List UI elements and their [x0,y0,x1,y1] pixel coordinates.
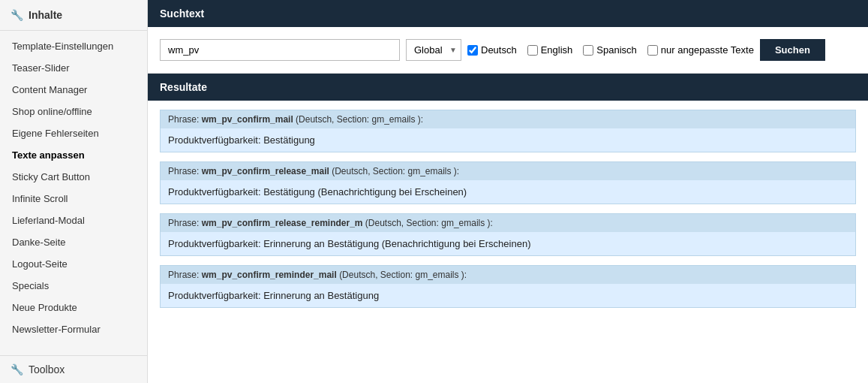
search-button[interactable]: Suchen [760,39,825,61]
checkbox-english-label: English [541,44,573,56]
search-button-label: Suchen [775,44,810,56]
search-section-title: Suchtext [160,8,204,20]
sidebar-footer-toolbox[interactable]: Toolbox [0,355,147,383]
result-item: Phrase: wm_pv_confirm_release_reminder_m… [160,213,856,256]
result-item: Phrase: wm_pv_confirm_reminder_mail (Deu… [160,265,856,308]
sidebar-item-teaser-slider[interactable]: Teaser-Slider [0,57,147,79]
sidebar-item-newsletter-formular[interactable]: Newsletter-Formular [0,318,147,340]
sidebar-item-neue-produkte[interactable]: Neue Produkte [0,297,147,318]
result-value: Produktverfügbarkeit: Bestätigung [161,128,855,152]
phrase-key: wm_pv_confirm_mail [202,114,293,125]
toolbox-icon [11,363,23,375]
sidebar-section-label: Inhalte [29,9,62,21]
sidebar-item-texte-anpassen[interactable]: Texte anpassen [0,144,147,166]
toolbox-label: Toolbox [29,363,65,375]
search-input[interactable] [160,39,400,61]
result-phrase: Phrase: wm_pv_confirm_release_mail (Deut… [161,162,855,180]
sidebar-item-sticky-cart-button[interactable]: Sticky Cart Button [0,166,147,188]
scope-select[interactable]: Global Local [406,39,461,61]
checkbox-deutsch-input[interactable] [467,45,478,56]
phrase-key: wm_pv_confirm_reminder_mail [202,270,337,280]
sidebar-item-lieferland-modal[interactable]: Lieferland-Modal [0,210,147,231]
inhalte-icon [11,9,23,21]
result-phrase: Phrase: wm_pv_confirm_reminder_mail (Deu… [161,266,855,284]
main-content: Suchtext Global Local ▼ Deutsch English [148,0,868,383]
checkbox-spanisch[interactable]: Spanisch [583,44,636,56]
checkbox-deutsch-label: Deutsch [481,44,517,56]
search-section-header: Suchtext [148,0,868,27]
checkbox-english[interactable]: English [527,44,573,56]
sidebar-item-infinite-scroll[interactable]: Infinite Scroll [0,188,147,210]
checkbox-nur-angepasste[interactable]: nur angepasste Texte [647,44,754,56]
sidebar-nav: Template-EinstellungenTeaser-SliderConte… [0,31,147,355]
sidebar-item-shop-online-offline[interactable]: Shop online/offline [0,101,147,122]
results-area: Phrase: wm_pv_confirm_mail (Deutsch, Sec… [148,110,868,308]
result-phrase: Phrase: wm_pv_confirm_mail (Deutsch, Sec… [161,110,855,128]
sidebar-item-logout-seite[interactable]: Logout-Seite [0,253,147,275]
checkbox-deutsch[interactable]: Deutsch [467,44,517,56]
result-item: Phrase: wm_pv_confirm_mail (Deutsch, Sec… [160,110,856,152]
phrase-key: wm_pv_confirm_release_reminder_m [202,218,363,228]
sidebar-item-template-einstellungen[interactable]: Template-Einstellungen [0,35,147,57]
sidebar: Inhalte Template-EinstellungenTeaser-Sli… [0,0,148,383]
checkbox-spanisch-label: Spanisch [596,44,636,56]
result-value: Produktverfügbarkeit: Erinnerung an Best… [161,284,855,307]
search-row: Global Local ▼ Deutsch English Spanisch [160,39,856,61]
result-value: Produktverfügbarkeit: Bestätigung (Benac… [161,180,855,204]
checkbox-group: Deutsch English Spanisch nur angepasste … [467,44,754,56]
result-value: Produktverfügbarkeit: Erinnerung an Best… [161,232,855,255]
checkbox-spanisch-input[interactable] [583,45,593,56]
sidebar-item-eigene-fehlerseiten[interactable]: Eigene Fehlerseiten [0,122,147,144]
scope-select-wrapper: Global Local ▼ [406,39,461,61]
result-phrase: Phrase: wm_pv_confirm_release_reminder_m… [161,214,855,232]
sidebar-item-specials[interactable]: Specials [0,275,147,297]
phrase-meta: (Deutsch, Section: gm_emails ): [365,218,493,228]
checkbox-nur-angepasste-label: nur angepasste Texte [661,44,754,56]
sidebar-item-danke-seite[interactable]: Danke-Seite [0,231,147,253]
search-area: Global Local ▼ Deutsch English Spanisch [148,27,868,74]
result-item: Phrase: wm_pv_confirm_release_mail (Deut… [160,161,856,204]
sidebar-item-content-manager[interactable]: Content Manager [0,79,147,101]
phrase-meta: (Deutsch, Section: gm_emails ): [332,166,459,176]
phrase-meta: (Deutsch, Section: gm_emails ): [339,270,467,280]
phrase-key: wm_pv_confirm_release_mail [202,166,329,176]
results-section-title: Resultate [160,81,207,93]
sidebar-section-header: Inhalte [0,0,147,31]
results-section-header: Resultate [148,74,868,101]
checkbox-english-input[interactable] [527,45,538,56]
checkbox-nur-angepasste-input[interactable] [647,45,658,56]
phrase-meta: (Deutsch, Section: gm_emails ): [296,114,423,125]
